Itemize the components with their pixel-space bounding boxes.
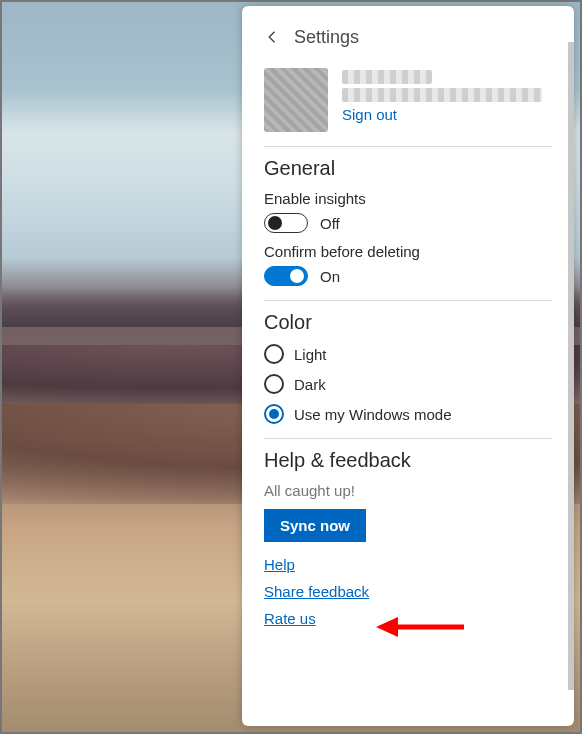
sync-status-text: All caught up! — [264, 482, 552, 499]
confirm-delete-state: On — [320, 268, 340, 285]
divider — [264, 146, 552, 147]
account-email-redacted — [342, 88, 542, 102]
section-help-heading: Help & feedback — [264, 449, 552, 472]
radio-windows-mode[interactable]: Use my Windows mode — [264, 404, 552, 424]
divider — [264, 300, 552, 301]
confirm-delete-toggle[interactable] — [264, 266, 308, 286]
radio-label: Dark — [294, 376, 326, 393]
radio-dark[interactable]: Dark — [264, 374, 552, 394]
page-title: Settings — [294, 27, 359, 48]
radio-icon — [264, 404, 284, 424]
sync-now-button[interactable]: Sync now — [264, 509, 366, 542]
scrollbar[interactable] — [568, 6, 574, 726]
color-mode-radio-group: Light Dark Use my Windows mode — [264, 344, 552, 424]
section-general-heading: General — [264, 157, 552, 180]
radio-icon — [264, 374, 284, 394]
back-icon[interactable] — [264, 28, 282, 46]
share-feedback-link[interactable]: Share feedback — [264, 583, 552, 600]
settings-header: Settings — [264, 20, 552, 54]
radio-icon — [264, 344, 284, 364]
enable-insights-toggle[interactable] — [264, 213, 308, 233]
rate-us-link[interactable]: Rate us — [264, 610, 552, 627]
enable-insights-label: Enable insights — [264, 190, 552, 207]
radio-label: Use my Windows mode — [294, 406, 452, 423]
account-name-redacted — [342, 70, 432, 84]
sign-out-link[interactable]: Sign out — [342, 106, 542, 123]
help-link[interactable]: Help — [264, 556, 552, 573]
section-color-heading: Color — [264, 311, 552, 334]
radio-light[interactable]: Light — [264, 344, 552, 364]
avatar — [264, 68, 328, 132]
account-block: Sign out — [264, 68, 552, 132]
screenshot-stage: www.wintips.org Settings Sign out Genera… — [0, 0, 582, 734]
divider — [264, 438, 552, 439]
radio-label: Light — [294, 346, 327, 363]
settings-flyout: Settings Sign out General Enable insight… — [242, 6, 574, 726]
enable-insights-state: Off — [320, 215, 340, 232]
confirm-delete-label: Confirm before deleting — [264, 243, 552, 260]
